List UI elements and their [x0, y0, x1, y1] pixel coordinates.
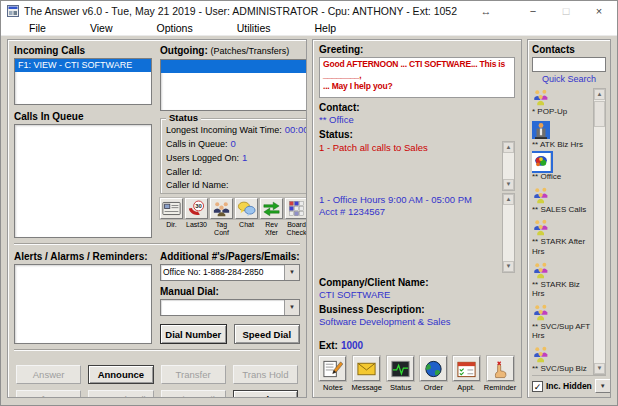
client-info-panel: Greeting: Good AFTERNOON ... CTI SOFTWAR… — [312, 39, 522, 398]
call-action-button[interactable]: Announce — [88, 365, 153, 384]
calls-in-queue-list[interactable] — [14, 124, 152, 238]
directory-label: Dir. — [166, 221, 177, 229]
quick-search-link[interactable]: Quick Search — [532, 74, 606, 84]
incoming-calls-list[interactable]: F1: VIEW - CTI SOFTWARE — [14, 58, 152, 105]
contact-item-label: ** STARK After Hrs — [532, 237, 591, 256]
chevron-down-icon[interactable]: ▼ — [284, 300, 299, 315]
call-action-button[interactable]: Voice Mail — [161, 390, 226, 398]
contact-item[interactable]: ** SVC/Sup Biz Hrs — [532, 345, 591, 375]
scroll-up-icon[interactable]: ▲ — [503, 194, 514, 205]
call-buttons: AnswerAnnounceTransferTrans HoldConferen… — [14, 356, 300, 398]
chevron-down-icon[interactable]: ▼ — [284, 265, 299, 280]
contact-item[interactable]: ** STARK Biz Hrs — [532, 261, 591, 299]
reminder-button[interactable] — [487, 356, 514, 381]
maximize-button[interactable]: □ — [552, 5, 580, 17]
call-action-button[interactable]: Ok — [233, 390, 298, 398]
menu-item[interactable]: Help — [315, 22, 337, 34]
incoming-call-row[interactable]: F1: VIEW - CTI SOFTWARE — [15, 59, 151, 72]
appointment-button[interactable] — [453, 356, 480, 381]
call-action-button[interactable]: Answer — [16, 365, 81, 384]
app-icon — [7, 5, 19, 17]
dial-number-button[interactable]: Dial Number — [160, 324, 227, 344]
directory-button[interactable] — [160, 198, 183, 219]
scroll-up-icon[interactable]: ▲ — [503, 142, 514, 153]
board-check-icon — [287, 200, 306, 217]
status-icon — [390, 359, 411, 379]
scroll-down-icon[interactable]: ▼ — [503, 179, 514, 190]
contacts-panel: Contacts Quick Search * PO — [527, 39, 611, 398]
people-icon — [532, 261, 550, 279]
appointment-icon — [456, 359, 477, 379]
tag-conference-button[interactable] — [210, 198, 233, 219]
greeting-text: Good AFTERNOON ... CTI SOFTWARE... This … — [319, 57, 515, 98]
message-label: Message — [352, 383, 382, 392]
manual-dial-select[interactable]: ▼ — [160, 299, 300, 316]
reverse-transfer-button[interactable] — [260, 198, 283, 219]
office-hours-scrollbar[interactable]: ▲ ▼ — [502, 193, 515, 273]
call-action-button[interactable]: Transfer — [161, 365, 226, 384]
menu-item[interactable]: File — [29, 22, 46, 34]
status-button[interactable] — [387, 356, 414, 381]
reminder-label: Reminder — [484, 383, 517, 392]
close-button[interactable]: × — [585, 5, 613, 17]
last30-button[interactable]: 30 — [185, 198, 208, 219]
menu-item[interactable]: Utilities — [237, 22, 271, 34]
menu-item[interactable]: View — [90, 22, 113, 34]
contact-item[interactable]: ** SVC/Sup AFT Hrs — [532, 303, 591, 341]
menu-item[interactable]: Options — [157, 22, 193, 34]
manual-dial-value — [161, 300, 284, 315]
reverse-transfer-label: Rev Xfer — [260, 221, 283, 237]
contact-item-label: * POP-Up — [532, 107, 591, 117]
tag-conference-icon — [212, 200, 231, 217]
contacts-list[interactable]: * POP-Up ** ATK Biz Hrs — [532, 88, 591, 375]
speed-dial-button[interactable]: Speed Dial — [234, 324, 301, 344]
contact-item[interactable]: ** STARK After Hrs — [532, 218, 591, 256]
contact-item-label: ** ATK Biz Hrs — [532, 140, 591, 150]
call-control-panel: Incoming Calls F1: VIEW - CTI SOFTWARE C… — [7, 39, 307, 398]
scroll-down-icon[interactable]: ▼ — [503, 261, 514, 272]
call-action-button[interactable]: Trans Hold — [233, 365, 298, 384]
scrollbar-thumb[interactable] — [594, 101, 605, 127]
scroll-up-icon[interactable]: ▲ — [594, 89, 605, 100]
alerts-list[interactable] — [14, 264, 152, 344]
notes-icon — [322, 359, 343, 379]
order-button[interactable] — [420, 356, 447, 381]
additional-numbers-label: Additional #'s/Pagers/Emails: — [160, 250, 300, 263]
call-action-button[interactable]: Conference — [16, 390, 81, 398]
ext-value: 1000 — [341, 340, 363, 351]
contact-item[interactable]: ** Office — [532, 153, 591, 182]
notes-label: Notes — [323, 383, 343, 392]
scroll-down-icon[interactable]: ▼ — [594, 363, 605, 374]
contacts-scrollbar[interactable]: ▲ ▼ — [593, 88, 606, 375]
message-button[interactable] — [353, 356, 380, 381]
message-icon — [356, 359, 377, 379]
order-label: Order — [424, 383, 443, 392]
contact-item[interactable]: * POP-Up — [532, 88, 591, 117]
contacts-filter-dropdown[interactable]: ▼ — [595, 379, 611, 393]
office-hours-text: 1 - Office Hours 9:00 AM - 05:00 PM Acct… — [319, 193, 501, 273]
outgoing-row[interactable] — [161, 60, 307, 73]
outgoing-list[interactable] — [160, 59, 307, 111]
call-action-button[interactable]: Record Call — [88, 390, 153, 398]
people-icon — [532, 345, 550, 363]
status-group-title: Status — [166, 112, 201, 123]
last30-label: Last30 — [186, 221, 207, 229]
people-icon — [532, 88, 550, 106]
board-check-button[interactable] — [285, 198, 307, 219]
chat-button[interactable] — [235, 198, 258, 219]
status-row: Users Logged On:1 — [166, 152, 307, 166]
resize-icon[interactable]: ↔ — [472, 5, 500, 17]
minimize-button[interactable]: − — [519, 5, 547, 17]
contact-item[interactable]: ** ATK Biz Hrs — [532, 121, 591, 150]
additional-numbers-select[interactable]: Office No: 1-888-284-2850 ▼ — [160, 264, 300, 281]
contact-item[interactable]: ** SALES Calls — [532, 186, 591, 215]
contact-label: Contact: — [319, 101, 515, 114]
notes-button[interactable] — [319, 356, 346, 381]
contacts-search-input[interactable] — [532, 57, 606, 72]
status-scrollbar[interactable]: ▲ ▼ — [502, 141, 515, 191]
appointment-label: Appt. — [457, 383, 475, 392]
contact-value: ** Office — [319, 114, 515, 126]
contacts-label: Contacts — [532, 43, 606, 56]
ext-row: Ext:1000 — [319, 340, 515, 351]
inc-hidden-checkbox[interactable]: ✓ — [532, 381, 543, 392]
